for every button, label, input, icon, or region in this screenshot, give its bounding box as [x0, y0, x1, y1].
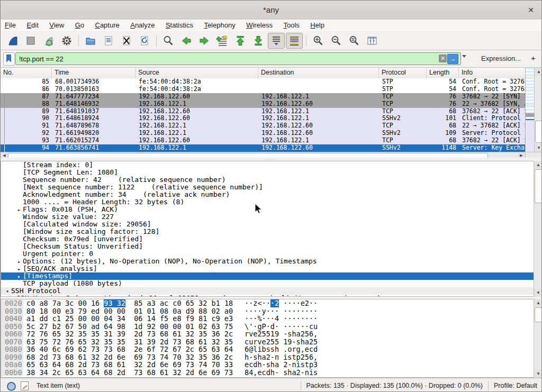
auto-scroll-toggle[interactable]	[268, 33, 285, 49]
go-forward-button[interactable]	[196, 33, 213, 49]
packet-row-89[interactable]: 8971.648191037192.168.122.60192.168.122.…	[1, 108, 525, 115]
scroll-up-icon[interactable]: ▲	[535, 68, 542, 76]
menu-file[interactable]: File	[1, 20, 20, 29]
menu-help[interactable]: Help	[306, 20, 329, 29]
col-header-info[interactable]: Info	[459, 68, 525, 78]
menu-statistics[interactable]: Statistics	[161, 20, 197, 29]
close-file-button[interactable]	[118, 33, 135, 49]
packet-row-90[interactable]: 9071.648618924192.168.122.60192.168.122.…	[1, 115, 525, 122]
hex-row[interactable]: 0040a1 dd c1 25 00 00 04 34 06 14 f5 e8 …	[1, 315, 534, 323]
go-to-packet-button[interactable]	[214, 33, 231, 49]
scroll-up-icon[interactable]: ▲	[534, 299, 542, 307]
packet-row-87[interactable]: 8771.647777234192.168.122.60192.168.122.…	[1, 93, 525, 101]
zoom-in-button[interactable]	[310, 33, 327, 49]
hex-row[interactable]: 006072 76 65 32 35 35 31 39 2d 73 68 61 …	[1, 330, 534, 338]
bytes-scrollbar[interactable]: ▲ ▼	[534, 299, 542, 378]
col-header-protocol[interactable]: Protocol	[379, 68, 427, 78]
expert-info-icon[interactable]	[7, 382, 16, 391]
detail-line[interactable]: [TCP Segment Len: 1080]	[1, 169, 534, 176]
menu-analyze[interactable]: Analyze	[126, 20, 159, 29]
menu-capture[interactable]: Capture	[91, 20, 124, 29]
detail-line[interactable]: [Window size scaling factor: 128]	[1, 228, 534, 235]
packet-list-scrollbar[interactable]: ▲ ▼	[534, 68, 542, 152]
filter-apply-icon[interactable]: →	[447, 54, 458, 64]
scrollbar-thumb[interactable]	[535, 307, 542, 322]
detail-line[interactable]: [Calculated window size: 29056]	[1, 221, 534, 228]
filter-clear-icon[interactable]: ✕	[439, 54, 447, 62]
col-header-time[interactable]: Time	[52, 68, 136, 78]
scrollbar-thumb[interactable]	[535, 121, 542, 143]
menu-edit[interactable]: Edit	[22, 20, 42, 29]
capture-options-button[interactable]	[58, 33, 75, 49]
scroll-down-icon[interactable]: ▼	[534, 370, 542, 378]
hex-row[interactable]: 003080 18 00 e3 79 ed 00 00 01 01 08 0a …	[1, 307, 534, 315]
filter-bookmark-button[interactable]	[3, 52, 15, 66]
open-file-button[interactable]	[82, 33, 99, 49]
expression-button[interactable]: Expression...	[481, 54, 521, 62]
detail-line[interactable]: Checksum: 0x79ed [unverified]	[1, 235, 534, 243]
col-header-no[interactable]: No.	[1, 68, 52, 78]
packet-row-91[interactable]: 9171.648789678192.168.122.1192.168.122.6…	[1, 122, 525, 130]
menu-view[interactable]: View	[45, 20, 68, 29]
scroll-up-icon[interactable]: ▲	[534, 161, 542, 169]
add-filter-button[interactable]: +	[531, 53, 536, 62]
detail-line-flags[interactable]: ▸Flags: 0x018 (PSH, ACK)	[1, 206, 534, 213]
menu-wireless[interactable]: Wireless	[242, 20, 277, 29]
detail-line[interactable]: Urgent pointer: 0	[1, 250, 534, 258]
close-window-icon[interactable]: ✕	[526, 5, 536, 15]
capture-comment-icon[interactable]	[21, 381, 29, 390]
start-capture-button[interactable]	[4, 33, 21, 49]
expander-right-icon[interactable]: ▸	[15, 273, 23, 280]
menu-telephony[interactable]: Telephony	[200, 20, 239, 29]
details-scrollbar[interactable]: ▲ ▼	[534, 161, 542, 297]
colorize-toggle[interactable]	[286, 33, 303, 49]
detail-line[interactable]: Sequence number: 42 (relative sequence n…	[1, 176, 534, 184]
detail-line-timestamps-selected[interactable]: ▸[Timestamps]	[1, 272, 534, 280]
col-header-destination[interactable]: Destination	[258, 68, 379, 78]
display-filter-input[interactable]	[18, 53, 422, 65]
expander-down-icon[interactable]: ▾	[4, 288, 11, 295]
go-back-button[interactable]	[178, 33, 195, 49]
hex-row[interactable]: 008036 40 6c 69 62 73 73 68 2e 6f 72 67 …	[1, 345, 534, 353]
scrollbar-thumb[interactable]	[535, 169, 542, 203]
zoom-reset-button[interactable]	[346, 33, 363, 49]
title-bar[interactable]: *any ✕	[1, 1, 541, 20]
intelligent-scrollbar-minimap[interactable]	[525, 68, 534, 152]
packet-row-92[interactable]: 9271.661949820192.168.122.1192.168.122.6…	[1, 130, 525, 137]
stop-capture-button[interactable]	[22, 33, 39, 49]
packet-row-94-selected[interactable]: 9471.663856741192.168.122.1192.168.122.6…	[1, 144, 525, 152]
zoom-out-button[interactable]	[328, 33, 345, 49]
hex-row[interactable]: 0020c0 a8 7a 3c 00 16 93 32 85 a3 ac c0 …	[1, 299, 534, 307]
find-packet-button[interactable]	[160, 33, 177, 49]
packet-row-85[interactable]: 8568.001734936fe:54:00:d4:38:2aSTP54Conf…	[1, 78, 525, 86]
save-file-button[interactable]	[100, 33, 117, 49]
expander-right-icon[interactable]: ▸	[15, 266, 23, 272]
detail-line[interactable]: [Checksum Status: Unverified]	[1, 243, 534, 250]
detail-line[interactable]: 1000 .... = Header Length: 32 bytes (8)	[1, 198, 534, 206]
resize-columns-button[interactable]	[364, 33, 381, 49]
scroll-down-icon[interactable]: ▼	[534, 289, 542, 297]
menu-go[interactable]: Go	[71, 20, 88, 29]
detail-line[interactable]: Acknowledgment number: 34 (relative ack …	[1, 191, 534, 198]
expander-right-icon[interactable]: ▸	[15, 206, 23, 213]
packet-row-93[interactable]: 9371.662015274192.168.122.60192.168.122.…	[1, 137, 525, 144]
detail-line[interactable]: [Stream index: 0]	[1, 161, 534, 169]
go-to-top-button[interactable]	[232, 33, 249, 49]
reload-file-button[interactable]	[136, 33, 153, 49]
col-header-length[interactable]: Length	[427, 68, 459, 78]
hex-row[interactable]: 007063 75 72 76 65 32 35 35 31 39 2d 73 …	[1, 338, 534, 346]
go-to-bottom-button[interactable]	[250, 33, 267, 49]
filter-history-caret-icon[interactable]	[462, 55, 466, 58]
detail-line[interactable]: [Next sequence number: 1122 (relative se…	[1, 184, 534, 191]
packet-row-86[interactable]: 8670.013850163fe:54:00:d4:38:2aSTP54Conf…	[1, 86, 525, 93]
menu-tools[interactable]: Tools	[279, 20, 303, 29]
hex-row[interactable]: 009068 2d 73 68 61 32 2d 6e 69 73 74 70 …	[1, 353, 534, 361]
expander-right-icon[interactable]: ▸	[15, 258, 23, 265]
detail-line[interactable]: TCP payload (1080 bytes)	[1, 280, 534, 287]
hex-row[interactable]: 00a065 63 64 68 2d 73 68 61 32 2d 6e 69 …	[1, 361, 534, 369]
profile-selector[interactable]: Profile: Default	[494, 382, 537, 389]
col-header-source[interactable]: Source	[136, 68, 258, 78]
packet-row-88[interactable]: 8871.648146932192.168.122.1192.168.122.6…	[1, 101, 525, 108]
scroll-down-icon[interactable]: ▼	[535, 144, 542, 152]
detail-line-seqack[interactable]: ▸[SEQ/ACK analysis]	[1, 265, 534, 272]
